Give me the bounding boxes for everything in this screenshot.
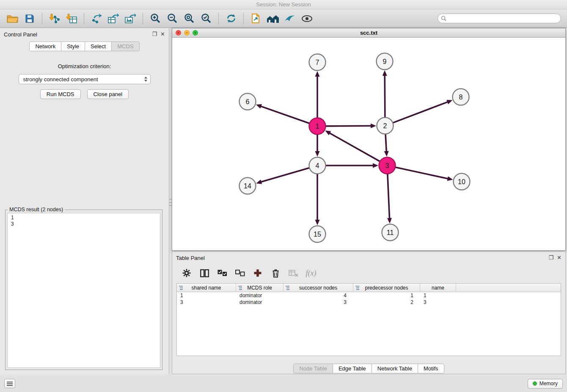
node-9[interactable]: 9	[377, 53, 393, 70]
zoom-in-button[interactable]	[147, 11, 164, 26]
zoom-fit-icon	[184, 13, 195, 24]
zoom-out-icon	[167, 13, 178, 24]
memory-button[interactable]: Memory	[528, 379, 563, 389]
cell-predecessor-nodes[interactable]: 2	[353, 299, 420, 306]
node-6[interactable]: 6	[239, 94, 256, 110]
cell-name[interactable]: 3	[420, 299, 456, 306]
network-home-button[interactable]	[264, 11, 281, 26]
split-column-button[interactable]	[197, 266, 212, 280]
node-7[interactable]: 7	[309, 54, 326, 71]
tab-motifs[interactable]: Motifs	[418, 364, 444, 373]
cell-MCDS-role[interactable]: dominator	[236, 299, 284, 306]
open-in-browser-button[interactable]	[248, 11, 264, 26]
column-header-predecessor-nodes[interactable]: predecessor nodes	[353, 284, 420, 292]
save-session-button[interactable]	[21, 11, 38, 26]
cell-successor-nodes[interactable]: 3	[284, 299, 353, 306]
edge-arrowhead-2-3	[384, 151, 389, 157]
close-panel-icon[interactable]: ✕	[160, 31, 165, 37]
svg-text:14: 14	[244, 182, 251, 190]
cell-MCDS-role[interactable]: dominator	[236, 292, 284, 299]
select-all-rows-button[interactable]	[215, 266, 230, 280]
zoom-out-button[interactable]	[164, 11, 181, 26]
run-mcds-button[interactable]: Run MCDS	[40, 89, 81, 99]
show-hide-view-button[interactable]	[298, 11, 315, 26]
delete-column-button[interactable]	[268, 266, 283, 280]
edge-4-14[interactable]	[261, 168, 310, 182]
tab-network[interactable]: Network	[29, 41, 61, 51]
close-table-panel-icon[interactable]: ✕	[557, 255, 561, 261]
cell-shared-name[interactable]: 3	[177, 299, 236, 306]
svg-text:4: 4	[316, 162, 319, 169]
export-network-button[interactable]	[88, 11, 105, 26]
maximize-window-icon[interactable]: +	[193, 30, 198, 36]
import-table-button[interactable]	[63, 11, 80, 26]
node-15[interactable]: 15	[309, 226, 326, 243]
tab-edge-table[interactable]: Edge Table	[333, 364, 372, 373]
edge-1-6[interactable]	[260, 106, 309, 124]
edge-arrowhead-3-11	[387, 218, 392, 224]
node-4[interactable]: 4	[309, 157, 326, 174]
edge-3-11[interactable]	[388, 174, 390, 219]
edge-1-2[interactable]	[325, 126, 372, 126]
table-settings-button[interactable]	[179, 266, 194, 280]
minimize-window-icon[interactable]: −	[184, 30, 190, 36]
export-table-button[interactable]	[105, 11, 122, 26]
open-session-button[interactable]	[4, 11, 21, 26]
column-header-name[interactable]: name	[420, 284, 456, 292]
edge-3-1[interactable]	[329, 133, 380, 162]
node-10[interactable]: 10	[454, 174, 470, 190]
column-header-shared-name[interactable]: shared name	[177, 284, 236, 292]
dropdown-arrows-icon	[144, 76, 148, 82]
network-canvas[interactable]: 7968124314101511	[172, 38, 565, 250]
table-row[interactable]: 1dominator411	[177, 292, 561, 299]
search-box[interactable]	[438, 14, 561, 23]
node-11[interactable]: 11	[382, 224, 399, 241]
cell-shared-name[interactable]: 1	[177, 292, 236, 299]
edge-2-9[interactable]	[385, 75, 385, 118]
add-column-button[interactable]	[250, 266, 265, 280]
close-panel-button[interactable]: Close panel	[87, 89, 129, 99]
node-2[interactable]: 2	[377, 118, 394, 134]
delete-table-button[interactable]	[286, 266, 301, 280]
node-3[interactable]: 3	[379, 157, 396, 174]
search-icon	[441, 16, 446, 21]
node-1[interactable]: 1	[309, 118, 326, 135]
tab-style[interactable]: Style	[61, 41, 85, 51]
mcds-result-list[interactable]: 13	[7, 213, 160, 368]
result-line: 3	[11, 221, 157, 227]
panel-menu-button[interactable]	[4, 379, 15, 388]
style-curve-button[interactable]	[281, 11, 298, 26]
float-table-panel-icon[interactable]: ❐	[548, 255, 553, 261]
status-bar: Memory	[0, 375, 567, 392]
deselect-all-rows-button[interactable]	[232, 266, 248, 280]
edge-3-10[interactable]	[395, 167, 449, 179]
edge-2-3[interactable]	[385, 134, 386, 152]
plus-icon	[253, 269, 262, 277]
zoom-in-icon	[150, 13, 161, 24]
export-image-button[interactable]	[122, 11, 139, 26]
edge-arrowhead-3-10	[447, 176, 453, 181]
tab-select[interactable]: Select	[85, 41, 112, 51]
criterion-dropdown[interactable]: strongly connected component	[19, 74, 151, 84]
zoom-selected-button[interactable]	[198, 11, 215, 26]
edge-2-8[interactable]	[393, 102, 448, 123]
apply-layout-button[interactable]	[223, 11, 239, 26]
import-network-button[interactable]	[46, 11, 63, 26]
close-window-icon[interactable]: ×	[176, 30, 181, 36]
column-header-MCDS-role[interactable]: MCDS role	[236, 284, 284, 292]
search-input[interactable]	[448, 15, 558, 22]
tab-network-table[interactable]: Network Table	[372, 364, 418, 373]
cell-name[interactable]: 1	[420, 292, 456, 299]
svg-text:15: 15	[314, 231, 321, 238]
node-8[interactable]: 8	[453, 89, 469, 105]
zoom-fit-button[interactable]	[181, 11, 198, 26]
table-row[interactable]: 3dominator323	[177, 299, 561, 306]
node-14[interactable]: 14	[239, 178, 256, 194]
tab-mcds[interactable]: MCDS	[111, 41, 139, 51]
cell-predecessor-nodes[interactable]: 1	[353, 292, 420, 299]
apply-function-button[interactable]: f(x)	[303, 266, 319, 280]
tab-node-table[interactable]: Node Table	[293, 364, 333, 373]
float-panel-icon[interactable]: ❐	[152, 31, 157, 37]
column-header-successor-nodes[interactable]: successor nodes	[284, 284, 353, 292]
cell-successor-nodes[interactable]: 4	[284, 292, 353, 299]
